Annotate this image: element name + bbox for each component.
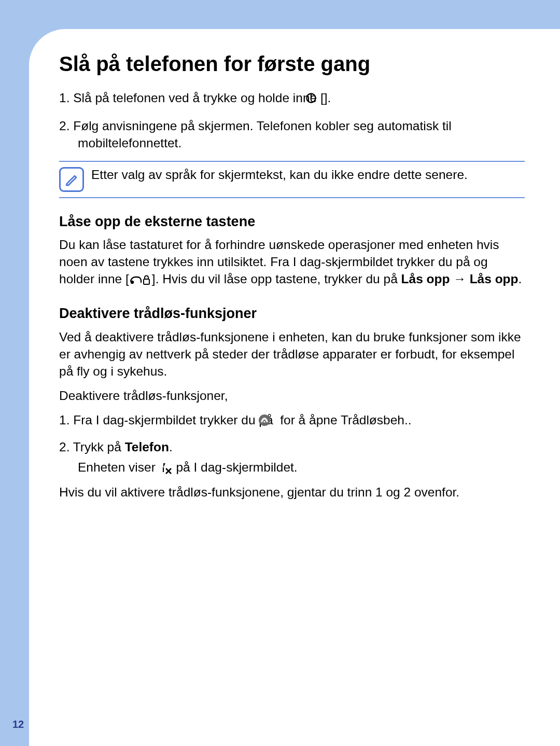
wireless-step-2-line2: Enheten viser på I dag-skjermbildet. (78, 459, 525, 478)
wireless-sub: Deaktivere trådløs-funksjoner, (59, 387, 525, 404)
unlock-text-b: ]. Hvis du vil låse opp tastene, trykker… (152, 272, 401, 286)
phone-lock-icon (129, 273, 152, 290)
unlock-bold-2: Lås opp (470, 272, 519, 286)
wireless-intro: Ved å deaktivere trådløs-funksjonene i e… (59, 328, 525, 380)
page-background: Slå på telefonen for første gang 1. Slå … (0, 0, 560, 746)
section-heading-unlock: Låse opp de eksterne tastene (59, 213, 525, 231)
step-text-b: . (169, 440, 173, 454)
note-text: Etter valg av språk for skjermtekst, kan… (91, 166, 468, 183)
step-text-a: Trykk på (73, 440, 125, 454)
step-text: Slå på telefonen ved å trykke og holde i… (73, 91, 324, 105)
svg-rect-4 (144, 279, 149, 284)
wireless-step-2: 2. Trykk på Telefon. (59, 438, 525, 455)
step-number: 2. (59, 440, 69, 454)
note-callout: Etter valg av språk for skjermtekst, kan… (59, 161, 525, 198)
intro-step-2: 2. Følg anvisningene på skjermen. Telefo… (59, 117, 525, 151)
svg-point-5 (259, 415, 270, 426)
step-text: Følg anvisningene på skjermen. Telefonen… (73, 119, 452, 150)
wireless-step-1: 1. Fra I dag-skjermbildet trykker du på … (59, 411, 525, 431)
step-text-a: Fra I dag-skjermbildet trykker du på (73, 413, 276, 427)
antenna-off-icon (159, 461, 173, 478)
unlock-body: Du kan låse tastaturet for å forhindre u… (59, 236, 525, 290)
step-text-end: ]. (324, 91, 331, 105)
manual-page: Slå på telefonen for første gang 1. Slå … (29, 29, 560, 746)
intro-step-list: 1. Slå på telefonen ved å trykke og hold… (59, 89, 525, 151)
unlock-period: . (519, 272, 522, 286)
svg-point-3 (131, 281, 134, 284)
svg-point-6 (264, 421, 265, 422)
section-heading-wireless: Deaktivere trådløs-funksjoner (59, 305, 525, 323)
line2-b: på I dag-skjermbildet. (173, 460, 298, 474)
step-bold: Telefon (125, 440, 169, 454)
wireless-outro: Hvis du vil aktivere trådløs-funksjonene… (59, 483, 525, 501)
step-number: 2. (59, 119, 69, 133)
step-text-b: for å åpne Trådløsbeh.. (276, 413, 411, 427)
page-number: 12 (12, 719, 24, 730)
arrow-text: → (450, 272, 470, 286)
wireless-step-list: 1. Fra I dag-skjermbildet trykker du på … (59, 411, 525, 455)
page-title: Slå på telefonen for første gang (59, 51, 525, 77)
step-number: 1. (59, 91, 69, 105)
line2-a: Enheten viser (78, 460, 159, 474)
unlock-bold-1: Lås opp (401, 272, 450, 286)
note-icon (59, 167, 84, 192)
step-number: 1. (59, 413, 69, 427)
intro-step-1: 1. Slå på telefonen ved å trykke og hold… (59, 89, 525, 108)
